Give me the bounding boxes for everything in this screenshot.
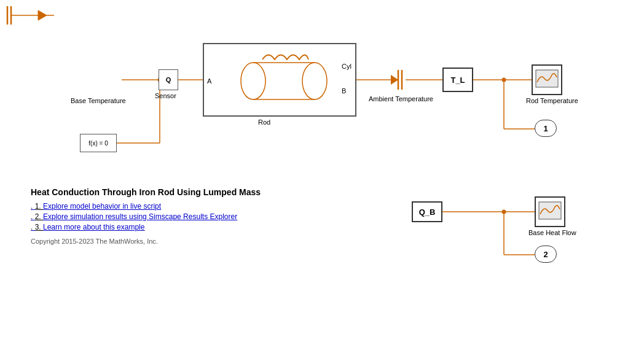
qb-label: Q_B <box>419 207 436 217</box>
info-link-1[interactable]: Explore model behavior in live script <box>43 202 161 211</box>
rod-temp-label: Rod Temperature <box>526 97 568 104</box>
svg-text:Cyl: Cyl <box>342 63 351 70</box>
info-item-3[interactable]: 3. Learn more about this example <box>31 223 264 231</box>
sensor-label: Sensor <box>155 92 176 99</box>
svg-text:B: B <box>342 87 346 95</box>
info-list: 1. Explore model behavior in live script… <box>31 202 264 231</box>
tl-label: T_L <box>450 76 465 85</box>
ambient-temp-label: Ambient Temperature <box>369 95 418 103</box>
svg-point-15 <box>502 78 506 82</box>
info-link-2[interactable]: Explore simulation results using Simscap… <box>43 212 237 221</box>
sensor-q-label: Q <box>166 76 171 83</box>
output-1-block[interactable]: 1 <box>535 120 557 137</box>
svg-text:A: A <box>207 77 212 85</box>
base-temperature-block[interactable] <box>0 0 54 31</box>
out1-label: 1 <box>543 124 548 133</box>
svg-point-25 <box>302 63 327 99</box>
rod-label: Rod <box>258 118 270 126</box>
out2-label: 2 <box>543 250 548 259</box>
sensor-block[interactable]: Q <box>159 69 178 90</box>
svg-marker-20 <box>38 10 47 20</box>
info-title: Heat Conduction Through Iron Rod Using L… <box>31 187 264 197</box>
rod-container[interactable]: A Cyl B <box>203 43 356 117</box>
ambient-temp-block[interactable] <box>380 66 406 93</box>
copyright-text: Copyright 2015-2023 The MathWorks, Inc. <box>31 238 264 245</box>
info-item-1[interactable]: 1. Explore model behavior in live script <box>31 202 264 211</box>
fx-label: f(x) = 0 <box>88 140 108 147</box>
output-2-block[interactable]: 2 <box>535 246 557 263</box>
base-heat-flow-label: Base Heat Flow <box>528 229 571 236</box>
svg-marker-32 <box>391 75 398 85</box>
svg-point-16 <box>502 210 506 214</box>
tl-block[interactable]: T_L <box>442 68 473 92</box>
info-item-2[interactable]: 2. Explore simulation results using Sims… <box>31 212 264 221</box>
fx-block[interactable]: f(x) = 0 <box>80 134 117 152</box>
base-heat-flow-scope[interactable] <box>535 196 565 227</box>
rod-temp-scope[interactable] <box>532 64 562 95</box>
svg-point-22 <box>241 63 265 99</box>
qb-block[interactable]: Q_B <box>412 201 442 222</box>
base-temp-label: Base Temperature <box>71 97 123 104</box>
info-link-3[interactable]: Learn more about this example <box>43 223 144 231</box>
info-area: Heat Conduction Through Iron Rod Using L… <box>31 187 264 245</box>
